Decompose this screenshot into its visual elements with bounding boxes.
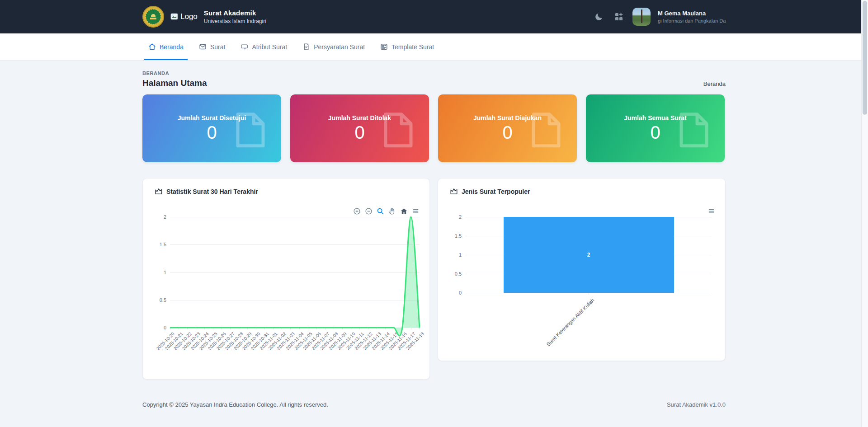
stat-card-disetujui[interactable]: Jumlah Surat Disetujui 0 (142, 94, 281, 162)
footer-copyright: Copyright © 2025 Yayasan Indra Education… (142, 401, 328, 408)
menu-icon[interactable] (708, 207, 715, 215)
stat-value: 0 (207, 122, 217, 143)
stats-row: Jumlah Surat Disetujui 0 Jumlah Surat Di… (142, 94, 726, 162)
user-avatar[interactable] (632, 8, 651, 26)
stat-value: 0 (650, 122, 660, 143)
main-content: BERANDA Halaman Utama Beranda Jumlah Sur… (142, 61, 726, 408)
area-chart-icon (450, 188, 458, 196)
user-role: gi Informasi dan Pangkalan Data (658, 18, 726, 23)
chart-card-statistik: Statistik Surat 30 Hari Terakhir 21.510.… (142, 178, 430, 380)
broken-image-icon (170, 13, 179, 20)
chart-card-jenis-surat: Jenis Surat Terpopuler 21.510.502Surat K… (438, 178, 726, 361)
chart-toolbar (708, 207, 715, 215)
envelope-icon (199, 43, 207, 51)
main-nav: Beranda Surat Atribut Surat Persyaratan … (0, 33, 868, 61)
stat-value: 0 (354, 122, 364, 143)
area-chart-icon (155, 188, 163, 196)
document-check-icon (302, 43, 310, 51)
grid-plus-icon (614, 12, 623, 21)
stat-card-diajukan[interactable]: Jumlah Surat Diajukan 0 (438, 94, 577, 162)
pan-icon[interactable] (388, 207, 396, 215)
user-name: M Gema Maulana (658, 10, 726, 17)
logo-broken-image: Logo (170, 12, 198, 21)
page-eyebrow: BERANDA (142, 70, 726, 76)
layout-template-icon (380, 43, 388, 51)
app-subtitle: Universitas Islam Indragiri (204, 18, 266, 24)
stat-card-semua[interactable]: Jumlah Semua Surat 0 (586, 94, 725, 162)
input-field-icon (241, 43, 248, 51)
apps-menu-button[interactable] (613, 10, 625, 23)
page-scrollbar[interactable] (861, 0, 868, 427)
tab-beranda[interactable]: Beranda (147, 33, 185, 60)
user-info[interactable]: M Gema Maulana gi Informasi dan Pangkala… (658, 10, 726, 23)
app-title: Surat Akademik (204, 9, 266, 17)
tab-template-surat[interactable]: Template Surat (379, 33, 435, 60)
brand: Logo Surat Akademik Universitas Islam In… (142, 6, 266, 28)
footer-version: Surat Akademik v1.0.0 (667, 401, 726, 408)
tab-atribut-surat[interactable]: Atribut Surat (239, 33, 288, 60)
home-icon (148, 43, 156, 51)
footer: Copyright © 2025 Yayasan Indra Education… (142, 401, 726, 408)
app-header: Logo Surat Akademik Universitas Islam In… (0, 0, 868, 33)
stat-card-ditolak[interactable]: Jumlah Surat Ditolak 0 (290, 94, 429, 162)
logo-alt-text: Logo (180, 12, 198, 21)
chart-title: Jenis Surat Terpopuler (462, 188, 530, 195)
tab-persyaratan-surat[interactable]: Persyaratan Surat (301, 33, 366, 60)
chart-toolbar (353, 207, 420, 215)
tab-surat[interactable]: Surat (198, 33, 226, 60)
moon-icon (594, 12, 604, 22)
stat-value: 0 (502, 122, 512, 143)
dark-mode-toggle[interactable] (592, 10, 605, 23)
zoom-in-icon[interactable] (353, 207, 361, 215)
zoom-out-icon[interactable] (365, 207, 373, 215)
menu-icon[interactable] (412, 207, 420, 215)
chart-title: Statistik Surat 30 Hari Terakhir (166, 188, 258, 195)
selection-zoom-icon[interactable] (377, 207, 384, 215)
university-emblem (142, 6, 164, 28)
breadcrumb[interactable]: Beranda (703, 80, 726, 88)
page-title: Halaman Utama (142, 78, 207, 88)
home-reset-icon[interactable] (400, 207, 408, 215)
scrollbar-thumb[interactable] (863, 1, 867, 115)
